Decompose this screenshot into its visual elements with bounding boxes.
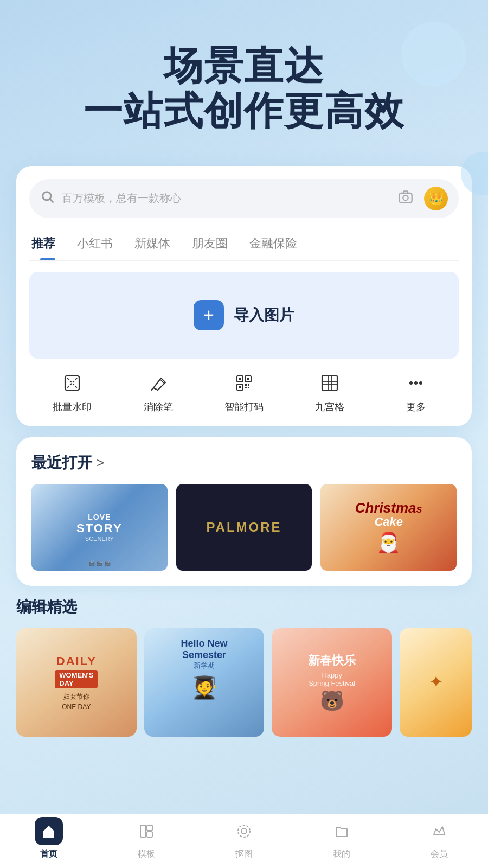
svg-rect-27	[47, 834, 51, 838]
nav-template-label: 模板	[138, 848, 155, 860]
myfiles-icon	[328, 817, 356, 845]
svg-rect-29	[147, 825, 152, 831]
tool-label-qrcode: 智能打码	[224, 400, 264, 413]
vip-crown-badge[interactable]: 👑	[424, 187, 448, 210]
editor-picks-title: 编辑精选	[16, 597, 472, 617]
editor-item-spring-festival[interactable]: 新春快乐 HappySpring Festival 🐻	[272, 628, 392, 737]
svg-line-1	[50, 199, 53, 202]
svg-point-31	[238, 825, 250, 837]
cutout-icon	[230, 817, 258, 845]
tab-moments[interactable]: 朋友圈	[181, 231, 239, 258]
tabs-row: 推荐 小红书 新媒体 朋友圈 金融保险	[29, 231, 459, 261]
hero-title: 场景直达 一站式创作更高效	[33, 43, 455, 133]
svg-rect-15	[245, 384, 247, 386]
editor-item-partial[interactable]: ✦	[400, 628, 472, 737]
svg-rect-28	[140, 825, 146, 837]
tab-new-media[interactable]: 新媒体	[124, 231, 181, 258]
recent-arrow[interactable]: >	[97, 455, 104, 470]
search-bar[interactable]: 百万模板，总有一款称心 👑	[29, 179, 459, 218]
main-card: 百万模板，总有一款称心 👑 推荐 小红书 新媒体 朋友圈 金融保险 + 导入图片	[16, 166, 472, 426]
camera-icon[interactable]	[398, 189, 413, 208]
recent-item-christmas[interactable]: Christmas Cake 🎅	[320, 484, 457, 571]
bottom-nav: 首页 模板 抠图 我的	[0, 814, 488, 868]
qrcode-icon	[235, 374, 253, 395]
svg-point-0	[43, 192, 51, 200]
svg-rect-19	[322, 375, 337, 391]
template-icon	[132, 817, 160, 845]
recent-header: 最近打开 >	[31, 452, 457, 473]
tool-9grid[interactable]: 九宫格	[305, 374, 354, 413]
import-image-area[interactable]: + 导入图片	[29, 272, 459, 359]
nav-vip-label: 会员	[431, 848, 448, 860]
tools-row: 批量水印 消除笔	[29, 369, 459, 416]
svg-rect-14	[239, 386, 241, 388]
tool-batch-watermark[interactable]: 批量水印	[48, 374, 97, 413]
home-icon	[35, 817, 63, 845]
nav-vip[interactable]: 会员	[409, 817, 469, 860]
editor-item-hello-semester[interactable]: Hello NewSemester 新学期 🧑‍🎓	[144, 628, 265, 737]
editor-item-daily[interactable]: DAILY WOMEN'SDAY 妇女节你 ONE DAY	[16, 628, 137, 737]
svg-rect-13	[247, 378, 249, 380]
editor-picks-section: 编辑精选 DAILY WOMEN'SDAY 妇女节你 ONE DAY Hello…	[16, 597, 472, 737]
svg-point-25	[414, 381, 418, 385]
nav-cutout-label: 抠图	[235, 848, 253, 860]
import-label: 导入图片	[234, 305, 294, 326]
tool-qrcode[interactable]: 智能打码	[220, 374, 268, 413]
nav-template[interactable]: 模板	[117, 817, 176, 860]
svg-rect-2	[399, 193, 412, 203]
tool-label-watermark: 批量水印	[53, 400, 92, 413]
svg-rect-16	[248, 384, 249, 386]
svg-rect-18	[248, 387, 249, 388]
svg-point-3	[403, 195, 408, 200]
nav-myfiles-label: 我的	[333, 848, 350, 860]
nav-myfiles[interactable]: 我的	[312, 817, 371, 860]
nav-cutout[interactable]: 抠图	[214, 817, 274, 860]
recent-title: 最近打开	[31, 452, 92, 473]
svg-point-26	[419, 381, 422, 385]
tool-label-9grid: 九宫格	[315, 400, 344, 413]
svg-point-32	[241, 828, 247, 834]
deco-circle	[401, 22, 466, 87]
svg-rect-30	[147, 832, 152, 837]
tool-label-eraser: 消除笔	[144, 400, 173, 413]
tool-more[interactable]: 更多	[391, 374, 440, 413]
recent-item-love-story[interactable]: LOVE STORY SCENERY 🎬 🎬 🎬	[31, 484, 168, 571]
svg-rect-12	[239, 378, 241, 380]
svg-point-24	[409, 381, 413, 385]
more-icon	[407, 374, 425, 395]
watermark-icon	[63, 374, 81, 395]
nav-home-label: 首页	[40, 848, 57, 860]
svg-rect-17	[245, 387, 247, 388]
svg-rect-4	[65, 376, 79, 390]
search-placeholder-text: 百万模板，总有一款称心	[62, 191, 391, 206]
recent-images-row: LOVE STORY SCENERY 🎬 🎬 🎬 PALMORE Christm…	[31, 484, 457, 571]
tool-label-more: 更多	[406, 400, 426, 413]
nav-home[interactable]: 首页	[19, 817, 79, 860]
tab-recommended[interactable]: 推荐	[29, 231, 66, 258]
editor-picks-grid: DAILY WOMEN'SDAY 妇女节你 ONE DAY Hello NewS…	[16, 628, 472, 737]
search-icon	[40, 189, 55, 208]
grid9-icon	[320, 374, 339, 395]
eraser-icon	[149, 374, 168, 395]
recent-item-palmore[interactable]: PALMORE	[176, 484, 312, 571]
import-plus-icon: +	[194, 300, 224, 330]
svg-line-7	[151, 388, 153, 390]
recent-section: 最近打开 > LOVE STORY SCENERY 🎬 🎬 🎬 PALMORE …	[16, 437, 472, 586]
tab-finance[interactable]: 金融保险	[239, 231, 308, 258]
vip-icon	[425, 817, 453, 845]
tab-xiaohongshu[interactable]: 小红书	[66, 231, 124, 258]
tool-eraser[interactable]: 消除笔	[134, 374, 183, 413]
